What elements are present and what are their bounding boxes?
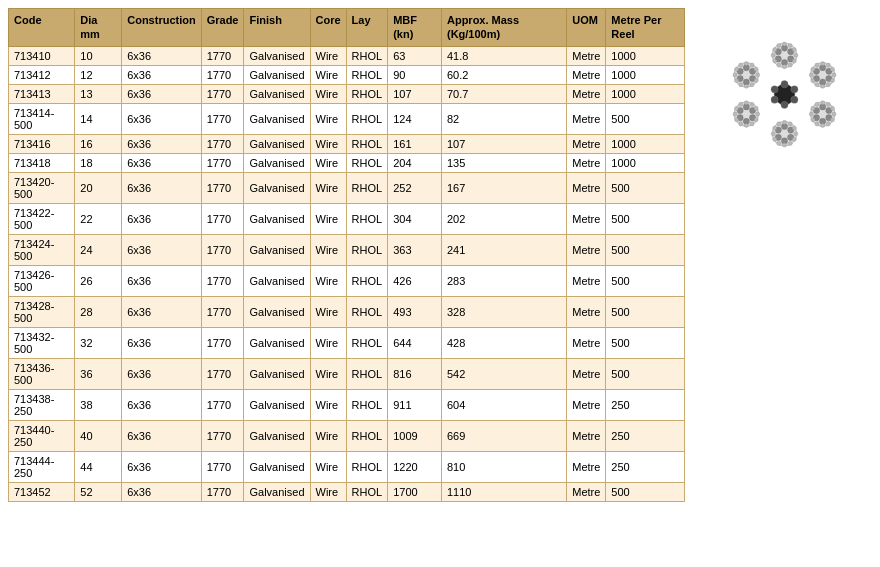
cell-metre_per_reel: 500 (606, 172, 685, 203)
cell-finish: Galvanised (244, 134, 310, 153)
cell-lay: RHOL (346, 172, 388, 203)
table-row: 713413136x361770GalvanisedWireRHOL10770.… (9, 84, 685, 103)
cell-grade: 1770 (201, 234, 244, 265)
svg-point-6 (791, 96, 798, 103)
svg-point-33 (821, 62, 825, 66)
cell-uom: Metre (567, 46, 606, 65)
cell-core: Wire (310, 65, 346, 84)
header-code: Code (9, 9, 75, 47)
svg-point-71 (782, 120, 786, 124)
cell-finish: Galvanised (244, 153, 310, 172)
svg-point-92 (754, 106, 758, 110)
cell-metre_per_reel: 250 (606, 389, 685, 420)
cell-finish: Galvanised (244, 65, 310, 84)
svg-point-98 (734, 118, 738, 122)
cell-construction: 6x36 (122, 172, 201, 203)
cell-lay: RHOL (346, 265, 388, 296)
cell-code: 713436-500 (9, 358, 75, 389)
cell-mbf: 204 (388, 153, 442, 172)
cell-approx_mass: 167 (441, 172, 566, 203)
cell-construction: 6x36 (122, 234, 201, 265)
cell-approx_mass: 669 (441, 420, 566, 451)
svg-point-57 (826, 122, 830, 126)
cell-core: Wire (310, 203, 346, 234)
cell-grade: 1770 (201, 134, 244, 153)
svg-point-54 (830, 106, 834, 110)
cell-finish: Galvanised (244, 203, 310, 234)
cell-grade: 1770 (201, 327, 244, 358)
svg-point-39 (821, 84, 825, 88)
cell-core: Wire (310, 172, 346, 203)
svg-point-37 (830, 79, 834, 83)
table-row: 713424-500246x361770GalvanisedWireRHOL36… (9, 234, 685, 265)
svg-point-100 (734, 106, 738, 110)
cell-approx_mass: 283 (441, 265, 566, 296)
cell-grade: 1770 (201, 46, 244, 65)
cell-grade: 1770 (201, 65, 244, 84)
svg-point-18 (792, 59, 796, 63)
svg-point-77 (782, 143, 786, 147)
svg-point-101 (739, 102, 743, 106)
cell-finish: Galvanised (244, 358, 310, 389)
cell-code: 713424-500 (9, 234, 75, 265)
cell-mbf: 1009 (388, 420, 442, 451)
svg-point-41 (811, 79, 815, 83)
svg-point-113 (754, 79, 758, 83)
cell-finish: Galvanised (244, 46, 310, 65)
svg-point-118 (733, 73, 737, 77)
svg-point-14 (782, 42, 786, 46)
cell-grade: 1770 (201, 451, 244, 482)
svg-point-3 (771, 86, 778, 93)
cell-core: Wire (310, 389, 346, 420)
cell-grade: 1770 (201, 153, 244, 172)
cell-core: Wire (310, 134, 346, 153)
cell-approx_mass: 328 (441, 296, 566, 327)
cell-metre_per_reel: 500 (606, 203, 685, 234)
cell-metre_per_reel: 250 (606, 451, 685, 482)
cell-mbf: 304 (388, 203, 442, 234)
svg-point-1 (781, 81, 788, 88)
table-row: 713444-250446x361770GalvanisedWireRHOL12… (9, 451, 685, 482)
cell-dia: 20 (75, 172, 122, 203)
svg-point-91 (750, 102, 754, 106)
cell-mbf: 493 (388, 296, 442, 327)
svg-point-38 (826, 83, 830, 87)
cell-construction: 6x36 (122, 420, 201, 451)
cell-uom: Metre (567, 234, 606, 265)
svg-point-24 (773, 48, 777, 52)
header-construction: Construction (122, 9, 201, 47)
cell-approx_mass: 428 (441, 327, 566, 358)
cell-metre_per_reel: 500 (606, 234, 685, 265)
cell-grade: 1770 (201, 84, 244, 103)
cell-lay: RHOL (346, 234, 388, 265)
cell-construction: 6x36 (122, 46, 201, 65)
cell-construction: 6x36 (122, 265, 201, 296)
svg-point-90 (744, 101, 748, 105)
cell-metre_per_reel: 500 (606, 358, 685, 389)
cell-finish: Galvanised (244, 451, 310, 482)
cell-uom: Metre (567, 84, 606, 103)
cell-uom: Metre (567, 203, 606, 234)
table-container: Code Dia mm Construction Grade Finish Co… (8, 8, 685, 502)
svg-point-95 (750, 122, 754, 126)
cell-approx_mass: 202 (441, 203, 566, 234)
cell-lay: RHOL (346, 203, 388, 234)
svg-point-74 (794, 132, 798, 136)
cell-approx_mass: 1110 (441, 482, 566, 501)
cell-code: 713452 (9, 482, 75, 501)
header-metre-per-reel: Metre Per Reel (606, 9, 685, 47)
svg-point-63 (815, 102, 819, 106)
cell-mbf: 911 (388, 389, 442, 420)
svg-point-40 (815, 83, 819, 87)
header-lay: Lay (346, 9, 388, 47)
cell-approx_mass: 60.2 (441, 65, 566, 84)
cell-approx_mass: 70.7 (441, 84, 566, 103)
cell-construction: 6x36 (122, 153, 201, 172)
cell-code: 713412 (9, 65, 75, 84)
cell-code: 713410 (9, 46, 75, 65)
diagram-container (697, 8, 872, 502)
svg-point-34 (826, 63, 830, 67)
cell-metre_per_reel: 1000 (606, 153, 685, 172)
svg-point-59 (815, 122, 819, 126)
cell-construction: 6x36 (122, 203, 201, 234)
